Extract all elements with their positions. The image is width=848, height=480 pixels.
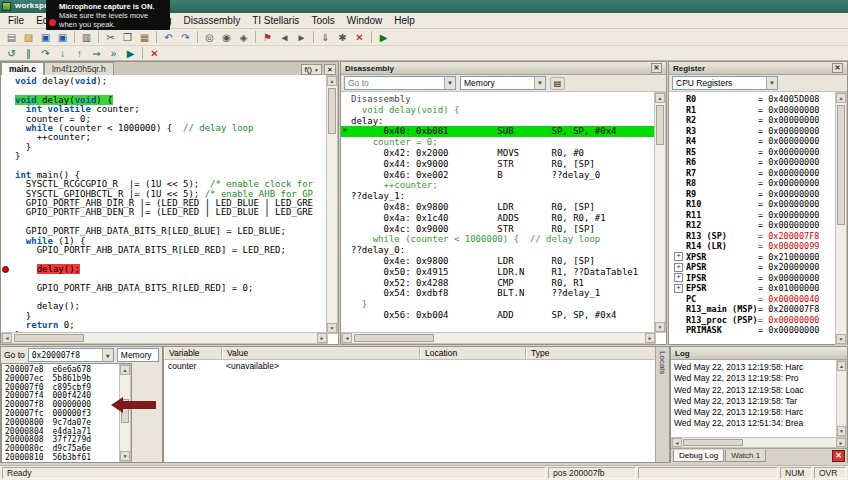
download-debug-icon[interactable]: ▶ [375, 30, 392, 44]
register-row[interactable]: R14 (LR)= 0x00000099 [669, 241, 835, 252]
scroll-up-icon[interactable]: ▲ [655, 93, 665, 103]
expand-icon[interactable]: + [674, 252, 683, 261]
expand-icon[interactable]: + [674, 263, 683, 272]
disassembly-line[interactable]: 0x50: 0x4915 LDR.N R1, ??DataTable1 [341, 267, 654, 278]
disassembly-line[interactable]: counter = 0; [341, 137, 654, 148]
register-row[interactable]: +IPSR= 0x00000000 [669, 273, 835, 284]
register-group-combo[interactable]: CPU Registers▼ [672, 76, 778, 90]
save-all-icon[interactable]: ▣ [54, 30, 71, 44]
scroll-thumb[interactable] [683, 439, 743, 446]
code-line[interactable]: GPIO_PORTF_AHB_DATA_BITS_R[LED_RED] = LE… [1, 246, 328, 255]
tab-watch-1[interactable]: Watch 1 [725, 450, 766, 462]
redo-icon[interactable]: ↷ [177, 30, 194, 44]
scroll-down-icon[interactable]: ▼ [327, 323, 337, 333]
tab-main-c[interactable]: main.c [1, 62, 44, 75]
disassembly-line[interactable]: 0x46: 0xe002 B ??delay_0 [341, 170, 654, 181]
breakpoint-icon[interactable] [2, 266, 9, 273]
disassembly-line[interactable]: ??delay_0: [341, 245, 654, 256]
reset-icon[interactable]: ↺ [3, 46, 20, 60]
tab-locals-vertical[interactable]: Locals [655, 347, 669, 462]
code-line[interactable]: GPIO_PORTF_AHB_DEN_R |= (LED_RED | LED_B… [1, 208, 328, 217]
register-row[interactable]: R1= 0x00000000 [669, 105, 835, 116]
chevron-down-icon[interactable]: ▼ [444, 77, 455, 89]
memory-row[interactable]: 2000081056b3bf61 [5, 454, 131, 463]
disassembly-line[interactable]: 0x44: 0x9000 STR R0, [SP] [341, 159, 654, 170]
scroll-left-icon[interactable]: ◄ [2, 333, 12, 343]
column-header-variable[interactable]: Variable [164, 347, 222, 359]
editor-close-button[interactable]: ✕ [324, 64, 336, 75]
disassembly-line[interactable]: delay: [341, 116, 654, 127]
memory-rows[interactable]: 200007e8e6e6a678200007ec5b861b9b200007f0… [1, 363, 132, 463]
scroll-left-icon[interactable]: ◄ [342, 333, 352, 343]
code-line[interactable]: delay(); [1, 302, 328, 311]
copy-icon[interactable]: ❐ [119, 30, 136, 44]
break-icon[interactable]: ∥ [20, 46, 37, 60]
tab-debug-log[interactable]: Debug Log [673, 450, 724, 462]
scroll-down-icon[interactable]: ▼ [837, 426, 846, 436]
column-header-location[interactable]: Location [420, 347, 526, 359]
scroll-up-icon[interactable]: ▲ [120, 365, 130, 375]
scroll-up-icon[interactable]: ▲ [327, 76, 337, 86]
register-row[interactable]: R11= 0x00000000 [669, 210, 835, 221]
disasm-horizontal-scrollbar[interactable]: ◄ ► [341, 332, 656, 344]
stop-debugging-icon[interactable]: ✕ [146, 46, 163, 60]
register-row[interactable]: +XPSR= 0x21000000 [669, 252, 835, 263]
next-bookmark-icon[interactable]: ► [293, 30, 310, 44]
step-over-icon[interactable]: ↷ [37, 46, 54, 60]
replace-icon[interactable]: ◈ [235, 30, 252, 44]
disassembly-line[interactable]: ++counter; [341, 180, 654, 191]
disassembly-line[interactable]: ??delay_1: [341, 191, 654, 202]
editor-vertical-scrollbar[interactable]: ▲ ▼ [326, 75, 338, 334]
menu-item-file[interactable]: File [2, 14, 30, 27]
disassembly-line[interactable]: while (counter < 1000000) { // delay loo… [341, 234, 654, 245]
register-row[interactable]: R4= 0x00000000 [669, 136, 835, 147]
save-icon[interactable]: ▣ [37, 30, 54, 44]
run-to-cursor-icon[interactable]: » [105, 46, 122, 60]
scroll-thumb[interactable] [354, 334, 434, 342]
step-out-icon[interactable]: ↑ [71, 46, 88, 60]
disassembly-line[interactable]: 0x52: 0x4288 CMP R0, R1 [341, 278, 654, 289]
expand-icon[interactable]: + [674, 284, 683, 293]
disassembly-line[interactable]: 0x42: 0x2000 MOVS R0, #0 [341, 148, 654, 159]
compile-icon[interactable]: ✱ [334, 30, 351, 44]
expand-icon[interactable]: + [674, 273, 683, 282]
scroll-left-icon[interactable]: ◄ [672, 438, 682, 447]
scroll-thumb[interactable] [837, 105, 845, 225]
register-row[interactable]: PRIMASK= 0x00000000 [669, 325, 835, 336]
disassembly-line[interactable]: 0x4c: 0x9000 STR R0, [SP] [341, 224, 654, 235]
menu-item-window[interactable]: Window [341, 14, 389, 27]
disassembly-line[interactable]: 0x48: 0x9800 LDR R0, [SP] [341, 202, 654, 213]
menu-item-help[interactable]: Help [388, 14, 421, 27]
register-row[interactable]: R13_main (MSP)= 0x200007F8 [669, 304, 835, 315]
register-row[interactable]: +EPSR= 0x01000000 [669, 283, 835, 294]
disassembly-line[interactable]: void delay(void) { [341, 105, 654, 116]
scroll-thumb[interactable] [656, 105, 664, 145]
scroll-right-icon[interactable]: ► [645, 333, 655, 343]
editor-horizontal-scrollbar[interactable]: ◄ ► [1, 332, 328, 344]
bookmark-icon[interactable]: ⚑ [259, 30, 276, 44]
code-line[interactable]: void delay(void); [1, 77, 328, 86]
code-line[interactable]: } [1, 143, 328, 152]
disassembly-line[interactable]: 0x4a: 0x1c40 ADDS R0, R0, #1 [341, 213, 654, 224]
print-icon[interactable]: ▥ [78, 30, 95, 44]
make-icon[interactable]: ⇓ [317, 30, 334, 44]
scroll-down-icon[interactable]: ▼ [120, 451, 130, 461]
memory-goto-combo[interactable]: 0x200007f8▼ [28, 348, 114, 362]
paste-icon[interactable]: ▦ [136, 30, 153, 44]
log-horizontal-scrollbar[interactable]: ◄ ► [671, 437, 847, 448]
find-next-icon[interactable]: ◉ [218, 30, 235, 44]
code-line[interactable]: } [1, 152, 328, 161]
menu-item-ti-stellaris[interactable]: TI Stellaris [246, 14, 305, 27]
code-area[interactable]: void delay(void);void delay(void) { int … [1, 75, 328, 334]
disassembly-lines[interactable]: Disassembly void delay(void) {delay: 0x4… [341, 92, 654, 333]
register-rows[interactable]: R0= 0x4005D008R1= 0x00000000R2= 0x000000… [669, 92, 835, 344]
open-file-icon[interactable]: ▨ [20, 30, 37, 44]
disassembly-line[interactable]: 0x4e: 0x9800 LDR R0, [SP] [341, 256, 654, 267]
disasm-goto-combo[interactable]: Go to▼ [344, 76, 456, 90]
chevron-down-icon[interactable]: ▼ [534, 77, 545, 89]
register-row[interactable]: R7= 0x00000000 [669, 168, 835, 179]
register-row[interactable]: R6= 0x00000000 [669, 157, 835, 168]
cut-icon[interactable]: ✂ [102, 30, 119, 44]
register-row[interactable]: R0= 0x4005D008 [669, 94, 835, 105]
register-row[interactable]: R8= 0x00000000 [669, 178, 835, 189]
